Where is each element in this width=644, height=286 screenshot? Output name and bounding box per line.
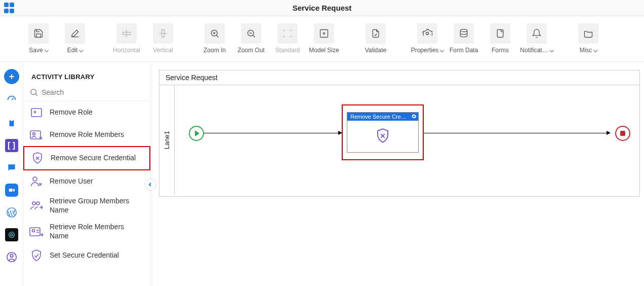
svg-point-42 — [32, 202, 35, 205]
canvas[interactable]: Service Request Lane1 Remove Secure Cred… — [151, 62, 644, 286]
misc-label: Misc — [580, 47, 592, 54]
rail-clipboard-button[interactable] — [4, 116, 19, 131]
activity-item-remove-user[interactable]: Remove User — [23, 170, 150, 193]
zoomin-label: Zoom In — [204, 47, 226, 54]
properties-label: Properties — [411, 47, 439, 54]
svg-point-12 — [323, 32, 325, 34]
save-button[interactable]: Save — [20, 21, 57, 54]
notifications-label: Notificat… — [520, 47, 548, 54]
wordpress-icon — [6, 207, 17, 218]
rail-wordpress-button[interactable] — [4, 205, 19, 220]
svg-point-13 — [426, 32, 429, 35]
activity-label: Remove Role — [50, 108, 93, 117]
rail-gauge-button[interactable] — [4, 92, 19, 108]
activity-label: Remove Role Members — [50, 130, 124, 139]
video-icon — [8, 187, 15, 194]
zoom-out-icon — [246, 28, 256, 39]
vertical-button[interactable]: Vertical — [145, 21, 181, 54]
gear-icon[interactable] — [411, 114, 417, 120]
svg-point-39 — [33, 177, 37, 181]
activity-library-sidebar: ACTIVITY LIBRARY Remove Role Remove Role… — [23, 62, 151, 286]
activity-item-remove-role-members[interactable]: Remove Role Members — [23, 124, 150, 146]
zoomout-button[interactable]: Zoom Out — [233, 21, 269, 54]
modelsize-label: Model Size — [309, 47, 339, 54]
rail-chat-button[interactable] — [4, 160, 19, 175]
activity-label: Remove User — [50, 177, 93, 186]
toolbar: Save Edit Horizontal Vertical Zoom In Zo… — [0, 16, 644, 62]
sidebar-title: ACTIVITY LIBRARY — [23, 62, 150, 86]
chat-icon — [7, 163, 17, 173]
svg-line-18 — [12, 98, 13, 100]
save-icon — [33, 28, 44, 39]
model-size-icon — [319, 28, 329, 39]
pencil-icon — [70, 28, 80, 39]
horizontal-label: Horizontal — [113, 47, 140, 54]
shield-check-icon — [30, 249, 43, 262]
svg-point-45 — [32, 229, 35, 232]
svg-point-24 — [9, 232, 14, 238]
rail-brackets-button[interactable]: [ ] — [5, 139, 18, 152]
diagram-title: Service Request — [159, 70, 639, 85]
remove-secure-credential-node[interactable]: Remove Secure Creden... — [347, 112, 419, 153]
process-diagram[interactable]: Service Request Lane1 Remove Secure Cred… — [159, 70, 640, 197]
left-rail: [ ] — [0, 62, 23, 286]
shield-x-icon — [31, 152, 44, 165]
connector-activity-to-end[interactable] — [424, 133, 610, 133]
svg-marker-22 — [13, 189, 14, 192]
rail-video-button[interactable] — [5, 184, 18, 197]
lane-label-col: Lane1 — [159, 85, 175, 195]
modelsize-button[interactable]: Model Size — [306, 21, 342, 54]
vertical-align-icon — [158, 28, 168, 39]
activity-item-retrieve-group-members[interactable]: Retrieve Group Members Name — [23, 193, 150, 219]
user-x-icon — [30, 175, 43, 188]
search-row — [23, 86, 150, 101]
svg-line-9 — [253, 35, 255, 37]
gear-icon — [422, 28, 432, 39]
collapse-sidebar-button[interactable] — [144, 178, 156, 191]
search-input[interactable] — [42, 88, 144, 96]
apps-grid-icon[interactable] — [4, 3, 15, 14]
page-title: Service Request — [293, 4, 352, 12]
swimlane: Lane1 Remove Secure Creden... — [159, 85, 639, 195]
lane-body[interactable]: Remove Secure Creden... — [175, 85, 639, 195]
folder-icon — [583, 28, 593, 39]
svg-point-34 — [33, 133, 35, 135]
svg-point-14 — [460, 29, 467, 32]
clipboard-icon — [7, 119, 16, 128]
formdata-button[interactable]: Form Data — [446, 21, 482, 54]
end-node[interactable] — [615, 126, 630, 141]
svg-point-27 — [10, 255, 13, 258]
gauge-icon — [7, 95, 17, 105]
properties-button[interactable]: Properties — [409, 21, 446, 54]
chevron-down-icon — [593, 48, 597, 52]
svg-rect-11 — [320, 30, 328, 38]
svg-rect-21 — [9, 189, 12, 192]
search-icon — [29, 88, 38, 97]
rail-user-button[interactable] — [4, 249, 19, 265]
rail-target-button[interactable] — [5, 228, 18, 241]
edit-button[interactable]: Edit — [57, 21, 93, 54]
misc-button[interactable]: Misc — [570, 21, 607, 54]
svg-rect-44 — [30, 228, 40, 236]
rail-add-button[interactable] — [4, 69, 19, 84]
activity-item-set-secure-credential[interactable]: Set Secure Credential — [23, 244, 150, 267]
start-node[interactable] — [189, 126, 204, 141]
zoomout-label: Zoom Out — [237, 47, 264, 54]
activity-item-retrieve-role-members[interactable]: Retrieve Role Members Name — [23, 219, 150, 244]
activity-item-remove-secure-credential[interactable]: Remove Secure Credential — [23, 146, 150, 170]
standard-button[interactable]: Standard — [269, 21, 306, 54]
svg-line-5 — [216, 35, 218, 37]
horizontal-button[interactable]: Horizontal — [108, 21, 145, 54]
plus-icon — [8, 73, 16, 81]
forms-button[interactable]: Forms — [482, 21, 518, 54]
validate-button[interactable]: Validate — [357, 21, 394, 54]
svg-rect-30 — [31, 109, 42, 117]
activity-list[interactable]: Remove Role Remove Role Members Remove S… — [23, 101, 150, 286]
activity-label: Remove Secure Credential — [51, 154, 136, 163]
connector-start-to-activity[interactable] — [204, 133, 342, 133]
id-arrow-icon — [29, 226, 44, 237]
chevron-down-icon — [44, 48, 48, 52]
activity-item-remove-role[interactable]: Remove Role — [23, 101, 150, 124]
notifications-button[interactable]: Notificat… — [518, 21, 555, 54]
zoomin-button[interactable]: Zoom In — [196, 21, 233, 54]
